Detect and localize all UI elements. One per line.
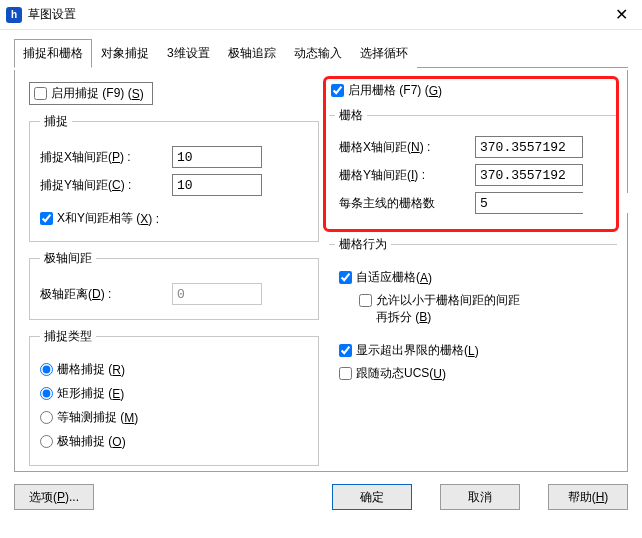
iso-snap-radio[interactable]: 等轴测捕捉 (M): [40, 409, 138, 426]
title-bar: h 草图设置 ✕: [0, 0, 642, 30]
polar-snap-radio[interactable]: 极轴捕捉 (O): [40, 433, 126, 450]
snap-y-label: 捕捉Y轴间距(C) :: [40, 177, 166, 194]
app-icon: h: [6, 7, 22, 23]
rect-snap-radio[interactable]: 矩形捕捉 (E): [40, 385, 124, 402]
grid-x-input[interactable]: [475, 136, 583, 158]
snap-group-legend: 捕捉: [40, 113, 72, 130]
cancel-button[interactable]: 取消: [440, 484, 520, 510]
window-title: 草图设置: [28, 6, 76, 23]
options-button[interactable]: 选项(P)...: [14, 484, 94, 510]
major-line-input[interactable]: [476, 193, 642, 213]
tab-3d[interactable]: 3维设置: [158, 39, 219, 68]
adaptive-checkbox[interactable]: 自适应栅格(A): [339, 269, 432, 286]
enable-snap-checkbox-frame: 启用捕捉 (F9) (S): [29, 82, 153, 105]
close-icon[interactable]: ✕: [609, 3, 634, 26]
help-button[interactable]: 帮助(H): [548, 484, 628, 510]
dialog-buttons: 选项(P)... 确定 取消 帮助(H): [0, 472, 642, 522]
beyond-limits-checkbox[interactable]: 显示超出界限的栅格(L): [339, 342, 479, 359]
subdivide-checkbox[interactable]: 允许以小于栅格间距的间距 再拆分 (B): [359, 292, 520, 326]
xy-equal-checkbox[interactable]: X和Y间距相等 (X) :: [40, 210, 159, 227]
snap-y-input[interactable]: [172, 174, 262, 196]
polar-dist-input: [172, 283, 262, 305]
enable-snap-checkbox[interactable]: 启用捕捉 (F9) (S): [34, 85, 144, 102]
grid-behavior-legend: 栅格行为: [335, 236, 391, 253]
polar-dist-label: 极轴距离(D) :: [40, 286, 166, 303]
major-line-label: 每条主线的栅格数: [339, 195, 469, 212]
snap-group: 捕捉 捕捉X轴间距(P) : 捕捉Y轴间距(C) : X和Y间距相等 (X) :: [29, 113, 319, 242]
snap-type-legend: 捕捉类型: [40, 328, 96, 345]
snap-x-input[interactable]: [172, 146, 262, 168]
major-line-spinner[interactable]: ▲ ▼: [475, 192, 583, 214]
tab-dyn-input[interactable]: 动态输入: [285, 39, 351, 68]
ok-button[interactable]: 确定: [332, 484, 412, 510]
tab-select-cycle[interactable]: 选择循环: [351, 39, 417, 68]
snap-x-label: 捕捉X轴间距(P) :: [40, 149, 166, 166]
grid-y-input[interactable]: [475, 164, 583, 186]
tab-bar: 捕捉和栅格 对象捕捉 3维设置 极轴追踪 动态输入 选择循环: [14, 38, 628, 68]
polar-spacing-group: 极轴间距 极轴距离(D) :: [29, 250, 319, 320]
grid-snap-radio[interactable]: 栅格捕捉 (R): [40, 361, 125, 378]
tab-object-snap[interactable]: 对象捕捉: [92, 39, 158, 68]
tab-panel: 启用捕捉 (F9) (S) 捕捉 捕捉X轴间距(P) : 捕捉Y轴间距(C) :…: [14, 70, 628, 472]
follow-ucs-checkbox[interactable]: 跟随动态UCS(U): [339, 365, 446, 382]
snap-type-group: 捕捉类型 栅格捕捉 (R) 矩形捕捉 (E) 等轴: [29, 328, 319, 466]
tab-polar[interactable]: 极轴追踪: [219, 39, 285, 68]
tab-snap-grid[interactable]: 捕捉和栅格: [14, 39, 92, 68]
grid-behavior-group: 栅格行为 自适应栅格(A) 允许以小于栅格间距的间距 再拆分 (B): [329, 236, 617, 396]
grid-group-legend: 栅格: [335, 107, 367, 124]
enable-grid-checkbox[interactable]: 启用栅格 (F7) (G): [331, 82, 442, 99]
grid-x-label: 栅格X轴间距(N) :: [339, 139, 469, 156]
polar-spacing-legend: 极轴间距: [40, 250, 96, 267]
grid-group: 栅格 栅格X轴间距(N) : 栅格Y轴间距(I) : 每条主线的栅格数 ▲: [329, 107, 617, 228]
grid-y-label: 栅格Y轴间距(I) :: [339, 167, 469, 184]
